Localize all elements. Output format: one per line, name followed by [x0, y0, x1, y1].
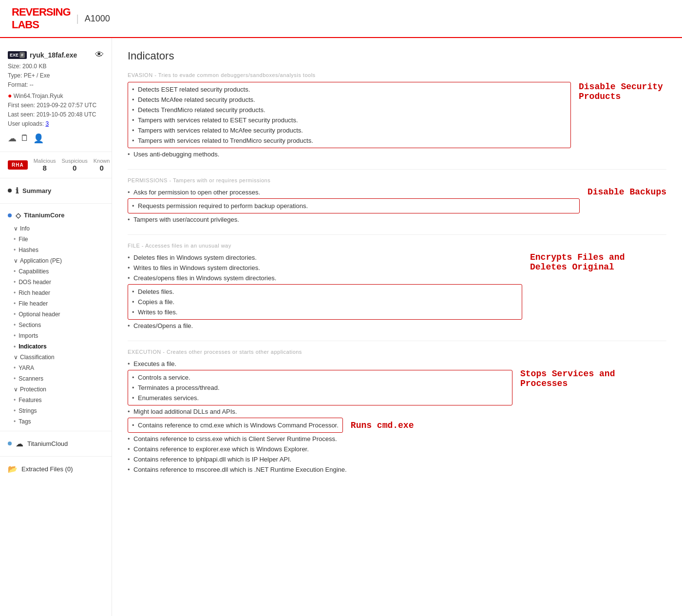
file-section-label: FILE — [128, 243, 140, 249]
file-item-3: Deletes files. — [132, 287, 518, 297]
nav-tree-core: ∨ Info • File • Hashes ∨ Application (PE… — [0, 223, 112, 427]
logo-labs: LABS — [12, 19, 39, 31]
exec-item-0: Executes a file. — [128, 359, 666, 369]
suspicious-value: 0 — [62, 164, 88, 172]
nav-item-indicators[interactable]: •Indicators — [8, 341, 112, 352]
product-name: A1000 — [85, 14, 110, 24]
perm-item-1: Requests permission required to perform … — [132, 201, 575, 211]
nav-divider-2 — [0, 431, 112, 431]
main-content: Indicators EVASION - Tries to evade comm… — [112, 38, 682, 616]
bullet-hashes: • — [14, 247, 16, 253]
file-item-2: Creates/opens files in Windows system di… — [128, 273, 522, 283]
nav-titanium-cloud[interactable]: ☁ TitaniumCloud — [0, 435, 112, 452]
nav-item-capabilities[interactable]: •Capabilities — [8, 266, 112, 277]
nav-group-protection[interactable]: ∨ Protection — [8, 384, 112, 395]
nav-cloud-label: TitaniumCloud — [27, 440, 68, 447]
nav-divider-3 — [0, 456, 112, 457]
file-threat: ● Win64.Trojan.Ryuk — [8, 90, 104, 101]
file-title-row: EXE# ryuk_18faf.exe 👁 — [8, 50, 104, 60]
nav-item-file[interactable]: • File — [8, 234, 112, 245]
exec-boxed-row: Controls a service. Terminates a process… — [128, 369, 666, 406]
nav-group-info[interactable]: ∨ Info — [8, 223, 112, 234]
execution-desc: - Creates other processes or starts othe… — [163, 349, 302, 355]
permissions-label: PERMISSIONS — [128, 177, 168, 183]
file-last-seen: Last seen: 2019-10-05 20:48 UTC — [8, 110, 104, 119]
nav-extracted-files[interactable]: 📂 Extracted Files (0) — [0, 461, 112, 478]
nav-item-strings[interactable]: •Strings — [8, 405, 112, 416]
cloud-icon: ☁ — [16, 439, 23, 448]
nav-classification-label: Classification — [20, 354, 55, 361]
section-file: FILE - Accesses files in an unusual way … — [128, 243, 666, 331]
file-item-6: Creates/Opens a file. — [128, 321, 522, 331]
perm-item-0: Asks for permission to open other proces… — [128, 187, 580, 197]
cloud-upload-icon[interactable]: ☁ — [8, 133, 17, 144]
app-header: REVERSING LABS | A1000 — [0, 0, 682, 38]
exec-item-8: Contains reference to iphlpapi.dll which… — [128, 454, 666, 464]
nav-app-label: Application (PE) — [20, 257, 62, 264]
exec-item-1: Controls a service. — [132, 372, 508, 383]
nav-protection-label: Protection — [20, 386, 46, 393]
nav-group-app[interactable]: ∨ Application (PE) — [8, 255, 112, 266]
divider-permissions-file — [128, 234, 666, 235]
user-icon[interactable]: 👤 — [33, 133, 44, 144]
scores-row: RHA Malicious 8 Suspicious 0 Known 0 — [0, 152, 112, 178]
score-malicious: Malicious 8 — [34, 158, 56, 172]
info-square-icon: ℹ — [16, 186, 19, 195]
permissions-annotation: Disable Backups — [587, 187, 666, 197]
nav-titanium-core[interactable]: ◇ TitaniumCore — [0, 208, 112, 223]
nav-item-hashes[interactable]: • Hashes — [8, 245, 112, 255]
divider-evasion-permissions — [128, 169, 666, 170]
evasion-items: Detects ESET related security products. … — [128, 82, 571, 159]
nav-item-rich-header[interactable]: •Rich header — [8, 288, 112, 298]
evasion-content: Detects ESET related security products. … — [128, 82, 666, 159]
evasion-annotation: Disable Security Products — [579, 82, 666, 101]
nav-item-scanners[interactable]: •Scanners — [8, 373, 112, 384]
file-item-4: Copies a file. — [132, 297, 518, 307]
execution-annotation-2: Runs cmd.exe — [351, 421, 414, 430]
malicious-value: 8 — [34, 164, 56, 172]
file-info: EXE# ryuk_18faf.exe 👁 Size: 200.0 KB Typ… — [0, 46, 112, 152]
eye-icon[interactable]: 👁 — [95, 50, 104, 60]
nav-section: ℹ Summary ◇ TitaniumCore ∨ Info • File — [0, 178, 112, 481]
diamond-icon: ◇ — [16, 212, 21, 219]
chevron-info: ∨ — [14, 225, 18, 232]
nav-dot-summary — [8, 189, 12, 192]
file-desc: - Accesses files in an unusual way — [142, 243, 231, 249]
nav-summary-label: Summary — [22, 187, 51, 194]
evasion-item-6: Uses anti-debugging methods. — [128, 149, 571, 159]
chevron-protection: ∨ — [14, 386, 18, 393]
file-item-1: Writes to files in Windows system direct… — [128, 263, 522, 273]
execution-header: EXECUTION - Creates other processes or s… — [128, 349, 666, 355]
file-format: Format: -- — [8, 80, 104, 90]
nav-group-classification[interactable]: ∨ Classification — [8, 352, 112, 363]
nav-summary[interactable]: ℹ Summary — [0, 182, 112, 199]
exec-cmd-boxed: Contains reference to cmd.exe which is W… — [128, 418, 343, 433]
evasion-item-5: Tampers with services related to TrendMi… — [132, 135, 567, 146]
permissions-header: PERMISSIONS - Tampers with or requires p… — [128, 177, 666, 183]
nav-item-file-header[interactable]: •File header — [8, 298, 112, 309]
nav-dot-core — [8, 213, 12, 217]
evasion-item-1: Detects McAfee related security products… — [132, 95, 567, 105]
bullet-file: • — [14, 236, 16, 243]
nav-item-yara[interactable]: •YARA — [8, 363, 112, 373]
nav-item-features[interactable]: •Features — [8, 395, 112, 405]
perm-item-2: Tampers with user/account privileges. — [128, 214, 580, 225]
nav-item-optional-header[interactable]: •Optional header — [8, 309, 112, 320]
file-first-seen: First seen: 2019-09-22 07:57 UTC — [8, 101, 104, 110]
file-annotation: Encrypts Files and Deletes Original — [530, 252, 666, 272]
file-header: FILE - Accesses files in an unusual way — [128, 243, 666, 249]
nav-item-sections[interactable]: •Sections — [8, 320, 112, 330]
nav-item-tags[interactable]: •Tags — [8, 416, 112, 427]
evasion-item-3: Tampers with services related to ESET se… — [132, 115, 567, 125]
evasion-item-4: Tampers with services related to McAfee … — [132, 125, 567, 135]
file-type-icon: EXE# — [8, 51, 27, 59]
exec-boxed-group: Controls a service. Terminates a process… — [128, 369, 512, 406]
nav-divider-1 — [0, 203, 112, 204]
nav-item-imports[interactable]: •Imports — [8, 330, 112, 341]
file-icon-action[interactable]: 🗒 — [20, 133, 29, 144]
exec-item-9: Contains reference to mscoree.dll which … — [128, 464, 666, 475]
evasion-label: EVASION — [128, 72, 153, 78]
logo: REVERSING LABS — [12, 6, 71, 31]
nav-info-label: Info — [20, 225, 30, 232]
nav-item-dos-header[interactable]: •DOS header — [8, 277, 112, 288]
